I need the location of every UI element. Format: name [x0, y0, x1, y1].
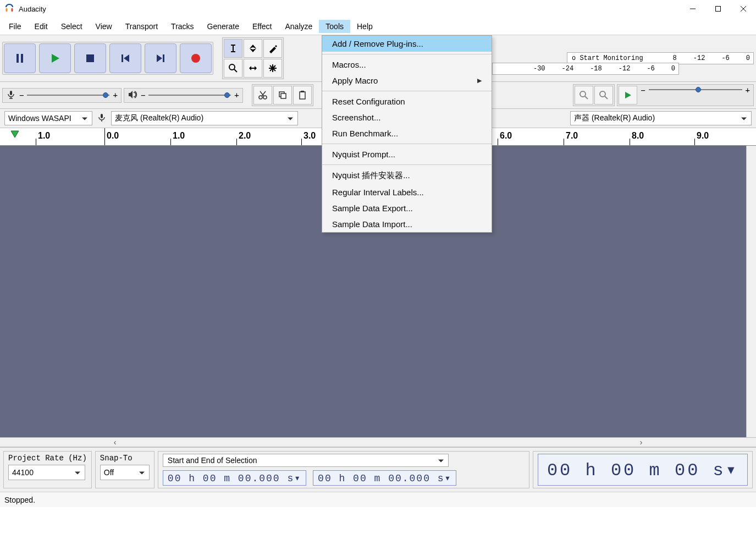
window-title: Audacity: [19, 5, 46, 13]
submenu-arrow-icon: ▶: [477, 77, 482, 84]
menu-item-nyquist[interactable]: Nyquist 插件安装器...: [322, 167, 492, 184]
record-button[interactable]: [180, 43, 212, 73]
envelope-tool[interactable]: [244, 39, 262, 58]
minimize-button[interactable]: [680, 0, 705, 18]
menu-item-label: Sample Data Export...: [332, 204, 413, 213]
meter-tick: 0: [671, 65, 675, 73]
svg-line-42: [585, 96, 588, 99]
playback-device-select[interactable]: 声器 (Realtek(R) Audio): [570, 111, 752, 125]
play-vol-minus: −: [141, 91, 145, 100]
menu-help[interactable]: Help: [350, 20, 379, 33]
skip-start-button[interactable]: [109, 43, 141, 73]
svg-rect-40: [301, 91, 304, 92]
horizontal-scrollbar[interactable]: ‹ ›: [0, 437, 756, 447]
meter-tick: -24: [562, 65, 574, 73]
menu-select[interactable]: Select: [54, 20, 89, 33]
app-icon: [4, 4, 14, 14]
meter-tick: -30: [533, 65, 545, 73]
selection-tool[interactable]: [224, 39, 242, 58]
menu-edit[interactable]: Edit: [28, 20, 54, 33]
menu-item-label: Sample Data Import...: [332, 219, 412, 229]
close-button[interactable]: [731, 0, 756, 18]
menu-item-label: Apply Macro: [332, 76, 378, 85]
svg-marker-18: [250, 45, 256, 48]
playback-volume-slider[interactable]: [148, 91, 231, 99]
svg-rect-3: [716, 7, 721, 12]
vertical-scrollbar[interactable]: [746, 146, 756, 437]
meter-tick: -6: [721, 54, 729, 62]
menu-item-label: Nyquist 插件安装器...: [332, 170, 410, 181]
svg-marker-12: [157, 54, 162, 62]
play-at-speed-button[interactable]: [619, 86, 637, 105]
audio-host-select[interactable]: Windows WASAPI: [4, 111, 92, 125]
menu-tracks[interactable]: Tracks: [164, 20, 200, 33]
audio-position-block: 00 h 00 m 00 s▾: [533, 451, 753, 488]
menu-item-screenshot[interactable]: Screenshot...: [322, 109, 492, 125]
status-text: Stopped.: [4, 496, 35, 504]
menu-view[interactable]: View: [89, 20, 119, 33]
selection-mode-select[interactable]: Start and End of Selection: [163, 454, 449, 467]
menu-generate[interactable]: Generate: [201, 20, 246, 33]
pause-button[interactable]: [4, 43, 36, 73]
menu-file[interactable]: File: [2, 20, 28, 33]
zoom-tool[interactable]: [224, 59, 242, 78]
zoom-in-button[interactable]: [575, 86, 593, 105]
svg-line-44: [605, 96, 608, 99]
skip-end-button[interactable]: [145, 43, 176, 73]
draw-tool[interactable]: [263, 39, 282, 58]
record-device-select[interactable]: 麦克风 (Realtek(R) Audio): [111, 111, 298, 125]
menu-transport[interactable]: Transport: [119, 20, 164, 33]
menu-analyze[interactable]: Analyze: [279, 20, 319, 33]
timeline-label: 8.0: [632, 131, 644, 141]
audio-position-readout[interactable]: 00 h 00 m 00 s▾: [538, 454, 748, 486]
snap-to-select[interactable]: Off: [100, 465, 150, 480]
menu-item-run-benchmark[interactable]: Run Benchmark...: [322, 125, 492, 141]
menu-item-add-remove-plug-ins[interactable]: Add / Remove Plug-ins...: [322, 36, 492, 52]
stop-button[interactable]: [74, 43, 106, 73]
meter-tick: -12: [619, 65, 631, 73]
menu-effect[interactable]: Effect: [246, 20, 279, 33]
play-button[interactable]: [39, 43, 71, 73]
maximize-button[interactable]: [705, 0, 731, 18]
snap-to-value: Off: [104, 468, 114, 477]
timeline-label: 6.0: [500, 131, 512, 141]
audio-position-value: 00 h 00 m 00 s: [547, 460, 726, 481]
scroll-right-arrow[interactable]: ›: [636, 438, 646, 447]
menu-item-apply-macro[interactable]: Apply Macro▶: [322, 73, 492, 89]
multi-tool[interactable]: [263, 59, 282, 78]
timeshift-tool[interactable]: [244, 59, 262, 78]
menu-item-macros[interactable]: Macros...: [322, 57, 492, 73]
selection-end-readout[interactable]: 00 h 00 m 00.000 s▾: [313, 470, 456, 486]
svg-line-21: [234, 69, 237, 72]
zoom-out-button[interactable]: [594, 86, 613, 105]
menu-item-nyquist-prompt[interactable]: Nyquist Prompt...: [322, 146, 492, 162]
svg-point-41: [580, 91, 586, 97]
svg-rect-9: [86, 54, 94, 62]
playback-volume-group: − +: [124, 88, 243, 103]
timeline-label: 0.0: [107, 131, 119, 141]
svg-rect-0: [6, 8, 8, 12]
svg-marker-45: [625, 92, 631, 98]
timeline-tick: [36, 139, 36, 145]
menu-item-sample-data-import[interactable]: Sample Data Import...: [322, 216, 492, 232]
timeline-tick: [694, 139, 695, 145]
project-rate-select[interactable]: 44100: [8, 465, 85, 480]
copy-button[interactable]: [273, 86, 292, 105]
play-meter[interactable]: -30-24-18-12-60: [492, 63, 679, 75]
menu-item-sample-data-export[interactable]: Sample Data Export...: [322, 200, 492, 216]
meter-tick: -12: [693, 54, 705, 62]
svg-rect-10: [122, 54, 123, 62]
statusbar: Stopped.: [0, 492, 756, 507]
selection-start-readout[interactable]: 00 h 00 m 00.000 s▾: [163, 470, 306, 486]
record-meter-hint: o Start Monitoring: [572, 54, 643, 62]
menu-tools[interactable]: Tools: [319, 20, 350, 33]
paste-button[interactable]: [293, 86, 312, 105]
cut-button[interactable]: [253, 86, 272, 105]
scroll-left-arrow[interactable]: ‹: [110, 438, 120, 447]
record-volume-slider[interactable]: [27, 91, 109, 99]
menu-item-regular-interval-labels[interactable]: Regular Interval Labels...: [322, 184, 492, 200]
menu-item-reset-configuration[interactable]: Reset Configuration: [322, 94, 492, 109]
play-speed-slider[interactable]: [649, 86, 742, 94]
timeline-label: 1.0: [173, 131, 185, 141]
menu-item-label: Screenshot...: [332, 113, 380, 122]
